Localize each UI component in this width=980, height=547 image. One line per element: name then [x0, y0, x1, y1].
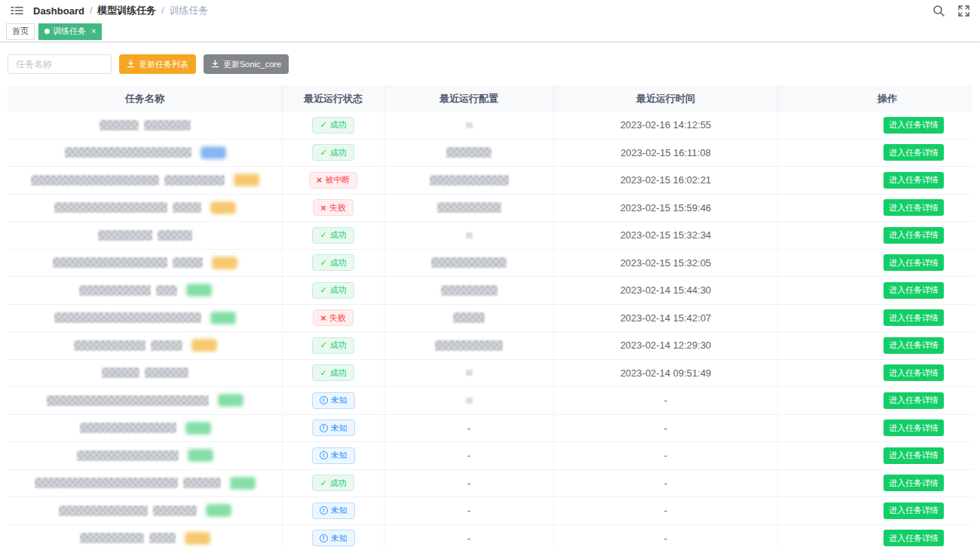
action-cell: 进入任务详情: [778, 112, 972, 139]
tab-home[interactable]: 首页: [6, 23, 35, 40]
action-cell: 进入任务详情: [778, 167, 972, 194]
redacted-task-name: [59, 506, 148, 516]
breadcrumb-current: 训练任务: [170, 4, 209, 17]
enter-task-detail-button[interactable]: 进入任务详情: [884, 502, 944, 519]
enter-task-detail-button[interactable]: 进入任务详情: [884, 172, 944, 189]
enter-task-detail-button[interactable]: 进入任务详情: [884, 337, 944, 354]
table-row: 成功 2023-02-14 12:29:30 进入任务详情: [8, 332, 972, 360]
status-label: 失败: [329, 314, 346, 322]
redacted-config: [437, 202, 501, 213]
redacted-task-name: [80, 533, 144, 543]
table-row: 失败 2023-02-15 15:59:46 进入任务详情: [8, 195, 972, 223]
status-badge: 成功: [312, 227, 354, 244]
redacted-config: [466, 122, 473, 128]
sidebar-toggle-icon[interactable]: [11, 5, 23, 16]
config-cell: -: [384, 525, 554, 547]
tab-training-tasks[interactable]: 训练任务 ×: [38, 23, 102, 40]
status-cell: 成功: [283, 222, 384, 249]
enter-task-detail-button[interactable]: 进入任务详情: [884, 364, 944, 381]
status-badge: 被中断: [309, 172, 358, 189]
status-icon: [320, 341, 326, 349]
time-cell: 2023-02-14 15:44:30: [554, 277, 778, 304]
enter-task-detail-button[interactable]: 进入任务详情: [884, 227, 944, 244]
status-cell: 成功: [283, 470, 384, 497]
redacted-config: [435, 340, 503, 351]
task-name-cell: [8, 360, 283, 387]
status-icon: [320, 534, 328, 542]
redacted-tag: [234, 174, 259, 186]
status-label: 失败: [329, 204, 346, 212]
status-badge: 成功: [312, 144, 354, 161]
status-badge: 失败: [313, 199, 354, 216]
redacted-tag: [211, 312, 235, 324]
task-name-input[interactable]: [8, 54, 112, 74]
enter-task-detail-button[interactable]: 进入任务详情: [884, 117, 944, 134]
redacted-tag: [192, 340, 216, 351]
redacted-task-name: [54, 312, 201, 323]
config-cell: -: [384, 415, 554, 442]
update-task-list-button[interactable]: 更新任务列表: [119, 54, 196, 74]
status-cell: 成功: [283, 112, 384, 139]
enter-task-detail-button[interactable]: 进入任务详情: [884, 475, 944, 491]
status-label: 未知: [331, 506, 348, 515]
time-cell: 2023-02-14 09:51:49: [554, 360, 778, 387]
tab-label: 训练任务: [53, 26, 86, 37]
col-header-actions: 操作: [778, 85, 972, 112]
update-sonic-core-button[interactable]: 更新Sonic_core: [204, 54, 289, 74]
status-icon: [320, 396, 328, 404]
task-name-cell: [8, 167, 283, 194]
redacted-config: [446, 147, 492, 158]
enter-task-detail-button[interactable]: 进入任务详情: [884, 282, 944, 299]
col-header-run-config: 最近运行配置: [384, 85, 554, 112]
enter-task-detail-button[interactable]: 进入任务详情: [884, 419, 944, 436]
enter-task-detail-button[interactable]: 进入任务详情: [884, 254, 944, 271]
breadcrumb-dashboard[interactable]: Dashboard: [33, 5, 84, 17]
task-name-cell: [8, 470, 283, 497]
status-badge: 成功: [312, 282, 354, 299]
col-header-task-name: 任务名称: [8, 85, 283, 112]
redacted-task-name: [145, 367, 188, 378]
config-cell: [384, 112, 554, 139]
enter-task-detail-button[interactable]: 进入任务详情: [884, 144, 944, 161]
status-badge: 成功: [312, 337, 354, 354]
enter-task-detail-button[interactable]: 进入任务详情: [884, 309, 944, 326]
redacted-task-name: [158, 230, 192, 241]
redacted-task-name: [100, 120, 139, 131]
table-row: 失败 2023-02-14 15:42:07 进入任务详情: [8, 305, 972, 333]
action-cell: 进入任务详情: [778, 140, 972, 167]
time-cell: 2023-02-15 16:02:21: [554, 167, 778, 194]
task-name-cell: [8, 140, 283, 167]
status-icon: [320, 203, 326, 213]
status-label: 未知: [331, 424, 348, 432]
redacted-task-name: [54, 202, 167, 213]
status-badge: 未知: [312, 502, 355, 519]
task-name-cell: [8, 497, 283, 524]
tab-close-icon[interactable]: ×: [91, 27, 96, 35]
action-cell: 进入任务详情: [778, 222, 972, 249]
search-icon[interactable]: [933, 5, 945, 17]
config-cell: -: [384, 442, 554, 469]
redacted-task-name: [74, 340, 145, 351]
table-row: 未知 - - 进入任务详情: [8, 497, 972, 525]
redacted-task-name: [149, 533, 176, 543]
enter-task-detail-button[interactable]: 进入任务详情: [884, 392, 944, 409]
redacted-tag: [185, 533, 210, 544]
config-cell: -: [384, 497, 554, 524]
status-icon: [320, 506, 328, 515]
breadcrumb-model-training[interactable]: 模型训练任务: [97, 4, 156, 17]
task-name-cell: [8, 250, 283, 277]
time-cell: -: [554, 470, 778, 497]
status-badge: 成功: [312, 117, 354, 134]
task-name-cell: [8, 525, 283, 547]
enter-task-detail-button[interactable]: 进入任务详情: [884, 530, 944, 546]
enter-task-detail-button[interactable]: 进入任务详情: [884, 447, 944, 464]
status-badge: 成功: [312, 254, 354, 271]
status-badge: 成功: [312, 475, 354, 491]
status-label: 成功: [330, 479, 347, 487]
redacted-task-name: [98, 230, 152, 241]
enter-task-detail-button[interactable]: 进入任务详情: [884, 199, 944, 216]
fullscreen-icon[interactable]: [958, 5, 969, 17]
redacted-tag: [207, 505, 231, 516]
config-cell: [384, 250, 554, 277]
active-tab-dot-icon: [44, 29, 50, 34]
